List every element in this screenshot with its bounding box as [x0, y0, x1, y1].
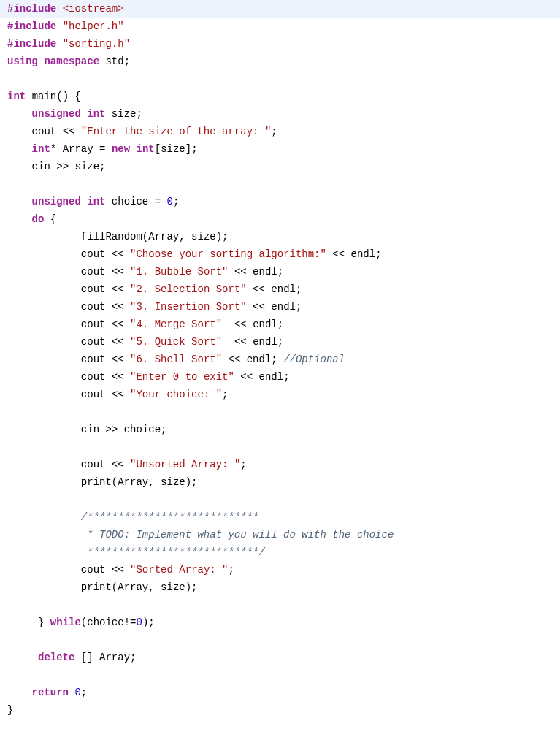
punct: ;: [148, 617, 154, 628]
punct: <<: [112, 301, 124, 313]
identifier: cout: [81, 564, 106, 576]
punct: <<: [332, 248, 345, 260]
code-line-24: [0, 403, 560, 421]
punct: ;: [99, 161, 105, 172]
punct: ;: [81, 687, 87, 698]
code-line-10: cin >> size;: [0, 158, 560, 175]
punct: <<: [112, 248, 124, 260]
code-line-26: [0, 438, 560, 456]
identifier: cout: [81, 389, 106, 400]
punct: ,: [148, 476, 154, 488]
punct: (: [81, 617, 87, 628]
punct: (: [112, 581, 118, 593]
comment: //Optional: [283, 354, 345, 365]
punct: >>: [105, 424, 118, 435]
punct: ;: [191, 476, 197, 488]
identifier: endl: [253, 318, 277, 330]
identifier: Array: [148, 231, 179, 243]
punct: ;: [375, 248, 381, 260]
code-line-2: #include "helper.h": [0, 18, 560, 35]
code-line-25: cin >> choice;: [0, 421, 560, 438]
punct: ;: [222, 231, 228, 243]
punct: (: [112, 476, 118, 488]
punct: ): [185, 476, 191, 488]
identifier: std: [105, 56, 123, 67]
identifier: size: [191, 231, 216, 243]
code-line-5: [0, 70, 560, 88]
keyword: while: [50, 617, 81, 628]
code-line-31: * TODO: Implement what you will do with …: [0, 526, 560, 543]
identifier: size: [112, 108, 137, 120]
code-block: #include <iostream> #include "helper.h" …: [0, 0, 560, 719]
code-line-9: int* Array = new int[size];: [0, 140, 560, 158]
punct: ): [185, 581, 191, 593]
code-line-8: cout << "Enter the size of the array: ";: [0, 123, 560, 140]
punct: [: [81, 652, 87, 663]
code-line-18: cout << "3. Insertion Sort" << endl;: [0, 298, 560, 316]
identifier: cout: [81, 336, 106, 348]
string-literal: "Unsorted Array: ": [130, 459, 240, 470]
number-literal: 0: [136, 617, 142, 628]
identifier: cin: [32, 161, 50, 172]
code-line-15: cout << "Choose your sorting algorithm:"…: [0, 245, 560, 263]
code-line-29: [0, 491, 560, 508]
code-line-35: [0, 596, 560, 614]
punct: >>: [56, 161, 69, 172]
identifier: size: [74, 161, 99, 172]
punct: <<: [112, 283, 124, 295]
string-literal: "1. Bubble Sort": [130, 266, 228, 278]
code-line-20: cout << "5. Quick Sort" << endl;: [0, 333, 560, 351]
identifier: cout: [81, 318, 106, 330]
code-line-36: } while(choice!=0);: [0, 614, 560, 631]
code-line-40: return 0;: [0, 684, 560, 701]
punct: ;: [277, 318, 283, 330]
identifier: Array: [99, 652, 130, 663]
string-literal: "2. Selection Sort": [130, 283, 247, 295]
code-line-30: /****************************: [0, 508, 560, 526]
code-line-39: [0, 666, 560, 684]
punct: ,: [179, 231, 185, 243]
punct: ;: [296, 283, 302, 295]
code-line-7: unsigned int size;: [0, 105, 560, 123]
identifier: print: [81, 476, 112, 488]
identifier: endl: [271, 283, 296, 295]
string-literal: "Choose your sorting algorithm:": [130, 248, 326, 260]
punct: <<: [240, 371, 253, 383]
punct: =: [155, 196, 161, 207]
identifier: endl: [253, 266, 277, 278]
keyword: int: [7, 91, 26, 102]
code-line-4: using namespace std;: [0, 53, 560, 70]
keyword: do: [32, 213, 45, 225]
code-line-6: int main() {: [0, 88, 560, 105]
punct: [: [155, 143, 161, 155]
punct: (: [56, 91, 62, 102]
code-line-22: cout << "Enter 0 to exit" << endl;: [0, 368, 560, 386]
punct: *: [50, 143, 56, 155]
punct: ;: [283, 371, 289, 383]
identifier: Array: [63, 143, 93, 155]
punct: ;: [191, 581, 197, 593]
punct: ;: [124, 56, 130, 67]
preprocessor: #include: [7, 20, 56, 32]
punct: ): [63, 91, 69, 102]
punct: ;: [277, 336, 283, 348]
comment: ****************************/: [81, 546, 265, 558]
keyword: delete: [38, 652, 74, 663]
punct: =: [99, 143, 105, 155]
identifier: endl: [259, 371, 284, 383]
string-literal: "Enter the size of the array: ": [81, 126, 271, 137]
code-line-37: [0, 631, 560, 649]
keyword: int: [87, 108, 105, 120]
code-line-19: cout << "4. Merge Sort" << endl;: [0, 316, 560, 333]
identifier: main: [32, 91, 57, 102]
include-path: "sorting.h": [63, 38, 130, 50]
punct: ,: [148, 581, 154, 593]
punct: ;: [161, 424, 166, 435]
punct: {: [50, 213, 56, 225]
punct: ;: [240, 459, 246, 470]
identifier: choice: [87, 617, 123, 628]
keyword: int: [32, 143, 50, 155]
string-literal: "Sorted Array: ": [130, 564, 228, 576]
punct: ;: [271, 354, 277, 365]
punct: ;: [271, 126, 277, 137]
